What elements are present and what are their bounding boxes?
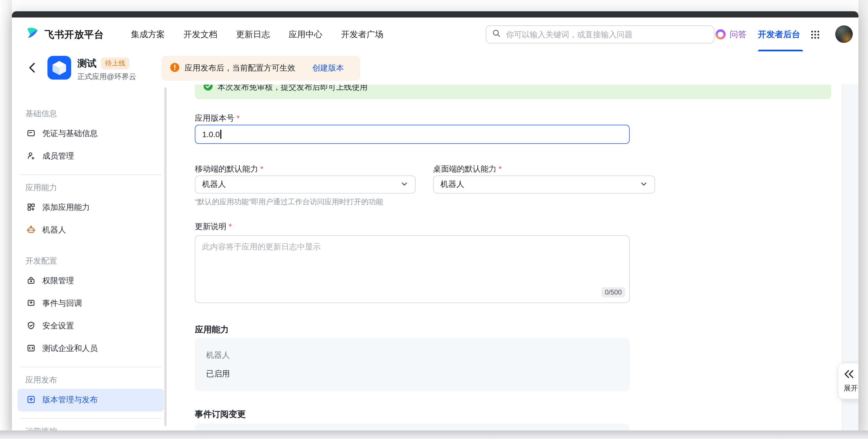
sidebar-section-basic-info: 基础信息 <box>25 108 169 119</box>
browser-window: 飞书开放平台 集成方案 开发文档 更新日志 应用中心 开发者广场 问答 <box>12 11 859 431</box>
desktop-capability-select[interactable]: 机器人 <box>433 175 655 194</box>
capability-card: 机器人 已启用 <box>195 338 630 391</box>
sidebar-item-test-company[interactable]: 测试企业和人员 <box>18 337 164 360</box>
nav-item-changelog[interactable]: 更新日志 <box>236 29 270 40</box>
sidebar-item-bot[interactable]: 机器人 <box>18 219 164 241</box>
qa-label: 问答 <box>730 29 747 40</box>
sidebar-item-permissions[interactable]: 权限管理 <box>18 270 164 292</box>
mobile-capability-select[interactable]: 机器人 <box>195 175 416 194</box>
main-content: 本次发布免审核，提交发布后即可上线使用 应用版本号* 1.0.0 移动端的默认能… <box>169 84 842 431</box>
sidebar-item-label: 成员管理 <box>42 151 74 161</box>
robot-icon <box>27 225 36 236</box>
apps-grid-icon[interactable] <box>810 30 820 42</box>
expand-label: 展开 <box>844 383 858 393</box>
sidebar-section-dev-config: 开发配置 <box>25 255 169 266</box>
capability-hint: “默认的应用功能”即用户通过工作台访问应用时打开的功能 <box>195 197 383 207</box>
required-mark: * <box>229 222 232 231</box>
window-titlebar <box>12 11 859 18</box>
shield-check-icon <box>27 321 36 332</box>
changelog-textarea[interactable] <box>195 236 629 302</box>
user-avatar[interactable] <box>835 25 853 43</box>
developer-console-tab[interactable]: 开发者后台 <box>758 18 800 52</box>
sidebar-scrollbar[interactable] <box>164 88 166 426</box>
user-add-icon <box>27 151 36 162</box>
nav-item-app-center[interactable]: 应用中心 <box>288 29 322 40</box>
search-input[interactable] <box>505 29 708 39</box>
code-box-icon <box>27 343 36 354</box>
sidebar-divider <box>20 418 161 419</box>
search-icon <box>492 29 501 40</box>
mobile-capability-value: 机器人 <box>202 179 226 190</box>
sidebar-item-version-release[interactable]: 版本管理与发布 <box>18 389 164 411</box>
sidebar-spacer <box>12 241 169 255</box>
sidebar-item-credentials[interactable]: 凭证与基础信息 <box>18 123 164 145</box>
desktop-capability-label: 桌面端的默认能力* <box>433 164 502 174</box>
app-header: 测试 待上线 正式应用@环界云 应用发布后，当前配置方可生效 创建版本 <box>12 52 859 85</box>
version-input[interactable]: 1.0.0 <box>195 125 630 144</box>
desktop-capability-value: 机器人 <box>440 179 464 190</box>
sidebar-section-monitoring: 运营监控 <box>25 426 169 431</box>
alert-icon <box>170 62 180 74</box>
sidebar-item-label: 凭证与基础信息 <box>42 129 98 139</box>
nav-menu: 集成方案 开发文档 更新日志 应用中心 开发者广场 <box>131 18 383 52</box>
desktop-background-right <box>859 0 868 439</box>
required-mark: * <box>499 164 502 173</box>
create-version-link[interactable]: 创建版本 <box>312 63 344 73</box>
sidebar-item-label: 测试企业和人员 <box>42 344 98 354</box>
active-tab-indicator <box>758 49 803 52</box>
sidebar-item-label: 版本管理与发布 <box>42 395 98 405</box>
brand-name: 飞书开放平台 <box>44 28 104 41</box>
event-section-title: 事件订阅变更 <box>195 409 246 420</box>
app-name: 测试 <box>78 57 97 70</box>
app-icon <box>48 56 71 79</box>
text-cursor <box>220 130 221 139</box>
sidebar-item-label: 安全设置 <box>42 321 74 331</box>
capability-section-title: 应用能力 <box>195 325 229 335</box>
success-banner: 本次发布免审核，提交发布后即可上线使用 <box>195 85 831 99</box>
publish-arrow-icon <box>27 395 36 405</box>
sidebar-item-events[interactable]: 事件与回调 <box>18 292 164 315</box>
feishu-logo-icon <box>25 26 40 43</box>
sidebar-item-add-capability[interactable]: 添加应用能力 <box>18 196 164 219</box>
success-banner-text: 本次发布免审核，提交发布后即可上线使用 <box>217 85 368 93</box>
sidebar-section-release: 应用发布 <box>25 374 169 385</box>
double-chevron-left-icon <box>844 369 855 381</box>
nav-item-integrations[interactable]: 集成方案 <box>131 29 165 40</box>
sidebar-item-label: 机器人 <box>42 225 66 235</box>
app-subtitle: 正式应用@环界云 <box>78 72 136 82</box>
capability-status: 已启用 <box>206 369 230 379</box>
char-counter: 0/500 <box>601 287 625 297</box>
sidebar-divider <box>20 174 161 175</box>
chevron-down-icon <box>400 180 408 189</box>
window-bottom-edge <box>0 431 868 439</box>
required-mark: * <box>237 113 240 123</box>
sidebar-item-label: 权限管理 <box>42 276 74 286</box>
qa-ring-icon <box>715 29 726 39</box>
sidebar: 基础信息 凭证与基础信息 成员管理 应用能力 <box>12 84 169 431</box>
sidebar-item-members[interactable]: 成员管理 <box>18 145 164 168</box>
app-title-row: 测试 待上线 <box>78 57 129 70</box>
version-value: 1.0.0 <box>202 130 220 139</box>
card-plus-icon <box>27 298 36 309</box>
nav-item-docs[interactable]: 开发文档 <box>184 29 217 40</box>
capability-name: 机器人 <box>206 350 230 361</box>
back-button[interactable] <box>27 62 38 76</box>
global-search[interactable] <box>486 25 714 43</box>
desktop-background-left <box>0 0 12 439</box>
changelog-label: 更新说明* <box>195 222 232 232</box>
mobile-capability-label: 移动端的默认能力* <box>195 164 264 174</box>
briefcase-lock-icon <box>27 276 36 286</box>
brand-logo[interactable]: 飞书开放平台 <box>25 18 104 52</box>
sidebar-item-security[interactable]: 安全设置 <box>18 315 164 337</box>
sidebar-item-label: 事件与回调 <box>42 299 82 309</box>
sidebar-section-capabilities: 应用能力 <box>25 182 169 193</box>
changelog-field: 0/500 <box>195 235 630 303</box>
qa-link[interactable]: 问答 <box>715 18 747 52</box>
desktop-background-top <box>0 0 868 11</box>
expand-panel-button[interactable]: 展开 <box>839 363 859 399</box>
status-badge: 待上线 <box>101 58 129 69</box>
sidebar-item-label: 添加应用能力 <box>42 203 90 213</box>
publish-notice-banner: 应用发布后，当前配置方可生效 创建版本 <box>161 56 360 81</box>
nav-item-marketplace[interactable]: 开发者广场 <box>341 29 383 40</box>
notice-text: 应用发布后，当前配置方可生效 <box>185 63 296 73</box>
